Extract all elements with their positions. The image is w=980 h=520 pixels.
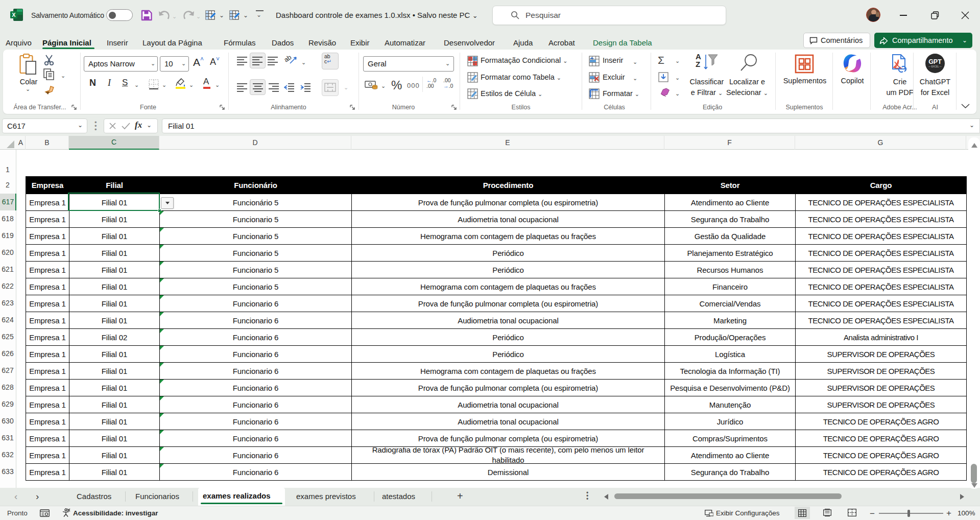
svg-text:— EXCEL —: — EXCEL — xyxy=(928,65,942,68)
svg-text:X: X xyxy=(12,12,16,18)
svg-text:GPT: GPT xyxy=(928,58,942,65)
